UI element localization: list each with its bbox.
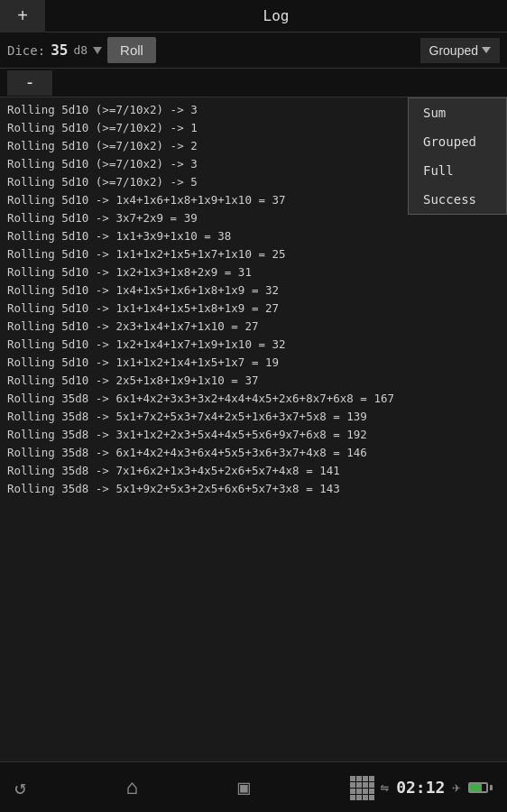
dropdown-menu: SumGroupedFullSuccess	[408, 97, 507, 215]
log-line: Rolling 35d8 -> 6x1+4x2+3x3+3x2+4x4+4x5+…	[7, 390, 500, 408]
grouped-button[interactable]: Grouped	[420, 38, 500, 63]
log-line: Rolling 5d10 -> 1x1+1x2+1x4+1x5+1x7 = 19	[7, 354, 500, 372]
dropdown-item-grouped[interactable]: Grouped	[409, 127, 506, 156]
log-line: Rolling 5d10 -> 1x4+1x5+1x6+1x8+1x9 = 32	[7, 281, 500, 300]
log-line: Rolling 35d8 -> 5x1+7x2+5x3+7x4+2x5+1x6+…	[7, 408, 500, 426]
status-icons: ⇋ 02:12 ✈	[350, 776, 493, 799]
grouped-dropdown-arrow-icon	[482, 47, 491, 53]
dice-type: d8	[73, 43, 88, 57]
minus-row: -	[0, 69, 507, 97]
log-line: Rolling 5d10 -> 2x5+1x8+1x9+1x10 = 37	[7, 372, 500, 390]
log-line: Rolling 5d10 -> 1x2+1x3+1x8+2x9 = 31	[7, 263, 500, 281]
log-line: Rolling 35d8 -> 3x1+1x2+2x3+5x4+4x5+5x6+…	[7, 426, 500, 444]
back-icon[interactable]: ↺	[14, 776, 26, 798]
log-line: Rolling 5d10 -> 1x2+1x4+1x7+1x9+1x10 = 3…	[7, 336, 500, 354]
log-line: Rolling 35d8 -> 5x1+9x2+5x3+2x5+6x6+5x7+…	[7, 480, 500, 498]
wifi-signal-icon: ⇋	[381, 779, 390, 796]
dropdown-item-full[interactable]: Full	[409, 156, 506, 185]
dice-arrow-icon	[93, 47, 102, 54]
airplane-mode-icon: ✈	[452, 779, 461, 796]
time-display: 02:12	[396, 778, 445, 797]
log-title: Log	[45, 7, 507, 24]
log-line: Rolling 5d10 -> 1x1+3x9+1x10 = 38	[7, 227, 500, 245]
dropdown-item-success[interactable]: Success	[409, 185, 506, 214]
roll-button[interactable]: Roll	[107, 37, 156, 63]
plus-button[interactable]: +	[0, 0, 45, 32]
top-bar: + Log	[0, 0, 507, 32]
dice-value: 35	[51, 42, 68, 59]
log-line: Rolling 5d10 -> 1x1+1x4+1x5+1x8+1x9 = 27	[7, 300, 500, 318]
log-line: Rolling 5d10 -> 1x1+1x2+1x5+1x7+1x10 = 2…	[7, 245, 500, 263]
dice-label: Dice:	[7, 43, 45, 58]
log-line: Rolling 5d10 -> 2x3+1x4+1x7+1x10 = 27	[7, 318, 500, 336]
navigation-bar: ↺ ⌂ ▣ ⇋ 02:12 ✈	[0, 761, 507, 812]
dropdown-item-sum[interactable]: Sum	[409, 98, 506, 127]
home-icon[interactable]: ⌂	[126, 776, 138, 798]
dice-row: Dice: 35 d8 Roll Grouped	[0, 32, 507, 69]
log-line: Rolling 35d8 -> 6x1+4x2+4x3+6x4+5x5+3x6+…	[7, 444, 500, 462]
minus-button[interactable]: -	[7, 70, 52, 96]
grouped-label: Grouped	[429, 43, 478, 58]
battery-icon	[468, 782, 493, 793]
log-line: Rolling 35d8 -> 7x1+6x2+1x3+4x5+2x6+5x7+…	[7, 462, 500, 480]
recents-icon[interactable]: ▣	[238, 776, 250, 798]
signal-strength-icon	[350, 776, 373, 799]
